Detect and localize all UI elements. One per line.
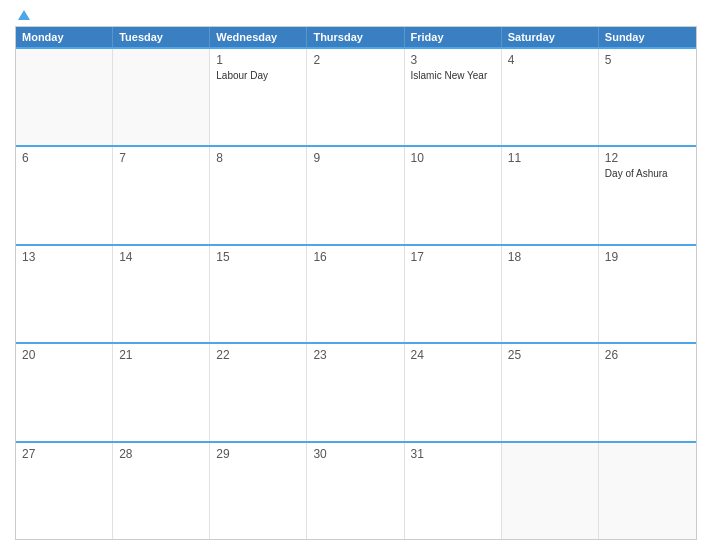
day-number: 11	[508, 151, 592, 165]
day-number: 19	[605, 250, 690, 264]
calendar-cell: 22	[210, 344, 307, 440]
day-number: 31	[411, 447, 495, 461]
calendar-cell: 12Day of Ashura	[599, 147, 696, 243]
calendar-cell	[113, 49, 210, 145]
calendar-cell: 27	[16, 443, 113, 539]
day-number: 7	[119, 151, 203, 165]
calendar-cell: 23	[307, 344, 404, 440]
day-number: 12	[605, 151, 690, 165]
calendar-cell: 17	[405, 246, 502, 342]
day-number: 1	[216, 53, 300, 67]
calendar-cell: 2	[307, 49, 404, 145]
day-number: 21	[119, 348, 203, 362]
day-number: 3	[411, 53, 495, 67]
calendar-cell: 31	[405, 443, 502, 539]
calendar-cell: 11	[502, 147, 599, 243]
calendar-header-row: MondayTuesdayWednesdayThursdayFridaySatu…	[16, 27, 696, 47]
calendar-grid: MondayTuesdayWednesdayThursdayFridaySatu…	[15, 26, 697, 540]
calendar-body: 1Labour Day23Islamic New Year45678910111…	[16, 47, 696, 539]
calendar-header-cell: Tuesday	[113, 27, 210, 47]
calendar-header-cell: Sunday	[599, 27, 696, 47]
day-number: 27	[22, 447, 106, 461]
calendar-cell: 29	[210, 443, 307, 539]
calendar-cell: 5	[599, 49, 696, 145]
day-number: 17	[411, 250, 495, 264]
calendar-cell: 30	[307, 443, 404, 539]
day-number: 18	[508, 250, 592, 264]
day-number: 28	[119, 447, 203, 461]
day-number: 9	[313, 151, 397, 165]
calendar-cell	[502, 443, 599, 539]
calendar-header-cell: Saturday	[502, 27, 599, 47]
calendar-cell: 15	[210, 246, 307, 342]
calendar-cell	[599, 443, 696, 539]
calendar-week-row: 20212223242526	[16, 342, 696, 440]
logo-triangle-icon	[18, 10, 30, 20]
calendar-cell: 20	[16, 344, 113, 440]
day-number: 10	[411, 151, 495, 165]
calendar-week-row: 13141516171819	[16, 244, 696, 342]
calendar-cell: 3Islamic New Year	[405, 49, 502, 145]
calendar-week-row: 6789101112Day of Ashura	[16, 145, 696, 243]
calendar-cell: 6	[16, 147, 113, 243]
day-number: 8	[216, 151, 300, 165]
calendar-cell: 7	[113, 147, 210, 243]
day-number: 6	[22, 151, 106, 165]
logo	[15, 10, 30, 20]
day-number: 23	[313, 348, 397, 362]
calendar-event: Day of Ashura	[605, 167, 690, 180]
calendar-cell: 10	[405, 147, 502, 243]
calendar-cell: 25	[502, 344, 599, 440]
day-number: 22	[216, 348, 300, 362]
calendar-cell: 9	[307, 147, 404, 243]
calendar-cell: 16	[307, 246, 404, 342]
day-number: 14	[119, 250, 203, 264]
calendar-event: Labour Day	[216, 69, 300, 82]
calendar-cell: 19	[599, 246, 696, 342]
calendar-cell: 13	[16, 246, 113, 342]
calendar-cell: 26	[599, 344, 696, 440]
calendar-header-cell: Wednesday	[210, 27, 307, 47]
day-number: 15	[216, 250, 300, 264]
calendar-cell: 21	[113, 344, 210, 440]
calendar-week-row: 2728293031	[16, 441, 696, 539]
calendar-page: MondayTuesdayWednesdayThursdayFridaySatu…	[0, 0, 712, 550]
calendar-header-cell: Monday	[16, 27, 113, 47]
calendar-cell: 24	[405, 344, 502, 440]
day-number: 29	[216, 447, 300, 461]
calendar-week-row: 1Labour Day23Islamic New Year45	[16, 47, 696, 145]
calendar-cell: 1Labour Day	[210, 49, 307, 145]
calendar-event: Islamic New Year	[411, 69, 495, 82]
calendar-cell: 28	[113, 443, 210, 539]
calendar-cell: 18	[502, 246, 599, 342]
day-number: 26	[605, 348, 690, 362]
calendar-cell	[16, 49, 113, 145]
calendar-cell: 8	[210, 147, 307, 243]
calendar-header-cell: Thursday	[307, 27, 404, 47]
day-number: 25	[508, 348, 592, 362]
calendar-header-cell: Friday	[405, 27, 502, 47]
day-number: 2	[313, 53, 397, 67]
day-number: 5	[605, 53, 690, 67]
day-number: 16	[313, 250, 397, 264]
day-number: 20	[22, 348, 106, 362]
day-number: 24	[411, 348, 495, 362]
day-number: 4	[508, 53, 592, 67]
calendar-cell: 14	[113, 246, 210, 342]
day-number: 30	[313, 447, 397, 461]
day-number: 13	[22, 250, 106, 264]
calendar-cell: 4	[502, 49, 599, 145]
page-header	[15, 10, 697, 20]
